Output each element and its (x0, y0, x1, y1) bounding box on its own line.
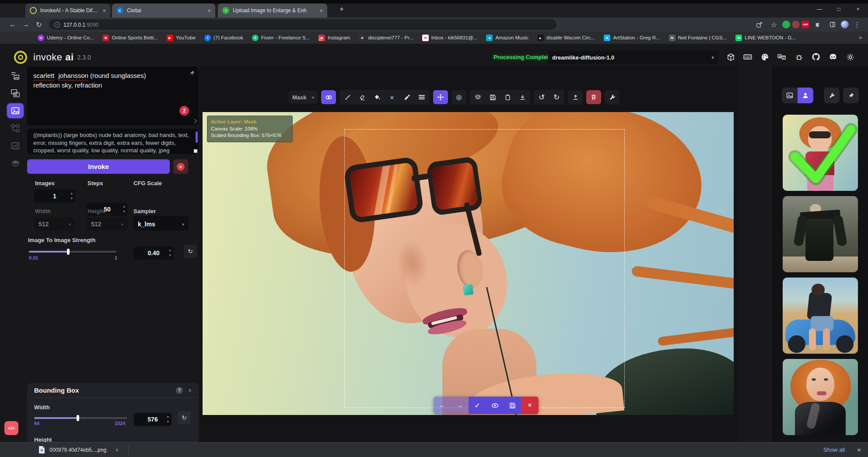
scrollbar-thumb[interactable] (196, 131, 198, 143)
height-select[interactable]: 512 ▾ (87, 218, 128, 231)
tab-unified-canvas[interactable] (7, 103, 24, 118)
share-icon[interactable] (752, 19, 766, 30)
bookmark-item[interactable]: ▶disable Wacom Circ... (537, 35, 595, 41)
stepper-icons[interactable]: ▴▾ (169, 247, 171, 258)
negative-prompt-input[interactable]: ((implants)) (large boobs) nude bad anat… (27, 129, 199, 154)
copy-to-clipboard-button[interactable] (500, 90, 515, 104)
bookmark-item[interactable]: fiFiverr - Freelance S... (252, 35, 310, 41)
theme-palette-icon[interactable] (758, 49, 771, 64)
hotkeys-keyboard-icon[interactable] (741, 49, 754, 64)
adblock-icon[interactable]: ABP (802, 21, 809, 28)
back-icon[interactable]: ← (6, 19, 19, 30)
tab-close-icon[interactable]: × (207, 8, 211, 14)
reset-icon[interactable]: ↻ (184, 245, 197, 258)
collapse-icon[interactable]: ∧ (188, 387, 192, 393)
resize-handle[interactable] (192, 119, 197, 123)
reset-view-button[interactable]: ◎ (452, 90, 466, 104)
report-bug-icon[interactable] (792, 49, 805, 64)
layer-select[interactable]: Mask ▾ (289, 91, 318, 104)
i2i-strength-slider[interactable] (29, 251, 116, 253)
bookmark-item[interactable]: AArtStation - Greg R... (604, 35, 660, 41)
eraser-tool-button[interactable] (355, 90, 370, 104)
site-info-icon[interactable]: i (54, 22, 60, 28)
bookmark-item[interactable]: BOnline Sports Betti... (102, 35, 158, 41)
address-bar[interactable]: i 127.0.0.1:9090 (49, 19, 556, 30)
maximize-button[interactable]: □ (831, 4, 846, 15)
prompt-input[interactable]: scarlett johansson (round sunglasses) re… (27, 67, 199, 125)
forward-icon[interactable]: → (19, 19, 32, 30)
slider-handle[interactable] (67, 249, 70, 255)
tab-upscale[interactable]: ⇪ Upload Image to Enlarge & Enh × (218, 4, 327, 18)
menu-kebab-icon[interactable]: ⋮ (850, 19, 864, 30)
bookmark-item[interactable]: ▶YouTube (167, 35, 196, 41)
previous-image-button[interactable]: ← (434, 397, 451, 414)
extensions-puzzle-icon[interactable] (811, 19, 824, 30)
bookmark-item[interactable]: MInbox - klk56831@... (422, 35, 478, 41)
bookmark-item[interactable]: ◉Instagram (318, 35, 350, 41)
next-image-button[interactable]: → (451, 397, 469, 414)
bookmark-item[interactable]: UUdemy - Online Co... (38, 35, 94, 41)
bbox-width-input[interactable]: 576 ▴▾ (134, 413, 172, 426)
bookmark-item[interactable]: WLINE WEBTOON - G... (735, 35, 796, 41)
new-tab-button[interactable]: + (334, 4, 349, 15)
show-all-link[interactable]: Show all (823, 446, 845, 453)
console-toggle-button[interactable]: </> (4, 421, 18, 435)
i2i-strength-input[interactable]: 0.40 ▴▾ (133, 246, 174, 260)
cancel-button[interactable]: × (173, 159, 188, 174)
bookmarks-overflow-icon[interactable]: » (859, 35, 868, 41)
gallery-thumbnail[interactable] (783, 359, 858, 435)
slider-handle[interactable] (77, 415, 79, 421)
bookmark-item[interactable]: ddisciplenei777 - Pr... (359, 35, 413, 41)
move-tool-button[interactable] (433, 90, 448, 104)
stepper-icons[interactable]: ▴▾ (70, 190, 73, 201)
upload-button[interactable] (568, 90, 583, 104)
bbox-width-slider[interactable] (34, 417, 127, 419)
profile-avatar[interactable] (841, 21, 849, 28)
tab-postprocessing[interactable] (7, 138, 24, 153)
stepper-icons[interactable]: ▴▾ (167, 414, 169, 424)
tab-nodes[interactable] (7, 121, 24, 136)
show-hide-button[interactable] (486, 397, 504, 414)
settings-gear-icon[interactable] (844, 49, 857, 64)
gallery-thumbnail[interactable] (783, 196, 858, 272)
gallery-pin-icon[interactable] (843, 88, 859, 103)
fill-bounding-box-button[interactable] (370, 90, 385, 104)
bookmark-star-icon[interactable]: ☆ (767, 19, 780, 30)
canvas-image[interactable]: Active Layer: Mask Canvas Scale: 108% Sc… (203, 112, 734, 415)
discord-icon[interactable] (826, 49, 840, 64)
extension-icon-red[interactable] (792, 21, 800, 28)
bounding-box-overlay[interactable] (344, 129, 625, 408)
bookmark-item[interactable]: NNeil Fontaine | CGS... (669, 35, 727, 41)
pin-icon[interactable] (189, 70, 195, 76)
width-select[interactable]: 512 ▾ (34, 218, 75, 231)
language-icon[interactable]: AZ (775, 49, 788, 64)
merge-visible-button[interactable] (470, 90, 485, 104)
tab-invokeai[interactable]: InvokeAI - A Stable Diffusion Too × (25, 4, 110, 18)
save-to-gallery-button[interactable] (485, 90, 500, 104)
mask-toggle-button[interactable] (321, 90, 336, 104)
help-icon[interactable]: ? (176, 387, 183, 394)
tab-civitai[interactable]: C Civitai × (112, 4, 215, 18)
color-picker-button[interactable] (399, 90, 414, 104)
images-input[interactable]: 1 ▴▾ (34, 190, 75, 203)
model-manager-icon[interactable] (724, 49, 737, 64)
bookmark-item[interactable]: aAmazon Music (486, 35, 528, 41)
clear-canvas-button[interactable] (586, 90, 601, 104)
invoke-button[interactable]: Invoke (27, 159, 170, 174)
download-caret-icon[interactable]: ∧ (115, 447, 119, 453)
extension-icon-green[interactable] (782, 21, 790, 28)
sampler-select[interactable]: k_lms ▾ (133, 218, 189, 231)
undo-button[interactable]: ↺ (534, 90, 549, 104)
github-icon[interactable] (809, 49, 822, 64)
gallery-user-tab[interactable] (798, 88, 813, 103)
canvas-settings-button[interactable] (605, 90, 620, 104)
model-select[interactable]: dreamlike-diffusion-1.0 ▾ (548, 51, 718, 64)
bookmark-item[interactable]: f(7) Facebook (204, 35, 243, 41)
tab-close-icon[interactable]: × (319, 8, 323, 14)
window-close-button[interactable]: × (850, 4, 865, 15)
download-image-button[interactable] (515, 90, 530, 104)
accept-image-button[interactable]: ✓ (469, 397, 486, 414)
brush-options-button[interactable] (414, 90, 429, 104)
save-staging-button[interactable] (504, 397, 521, 414)
discard-staging-button[interactable]: × (521, 397, 539, 414)
